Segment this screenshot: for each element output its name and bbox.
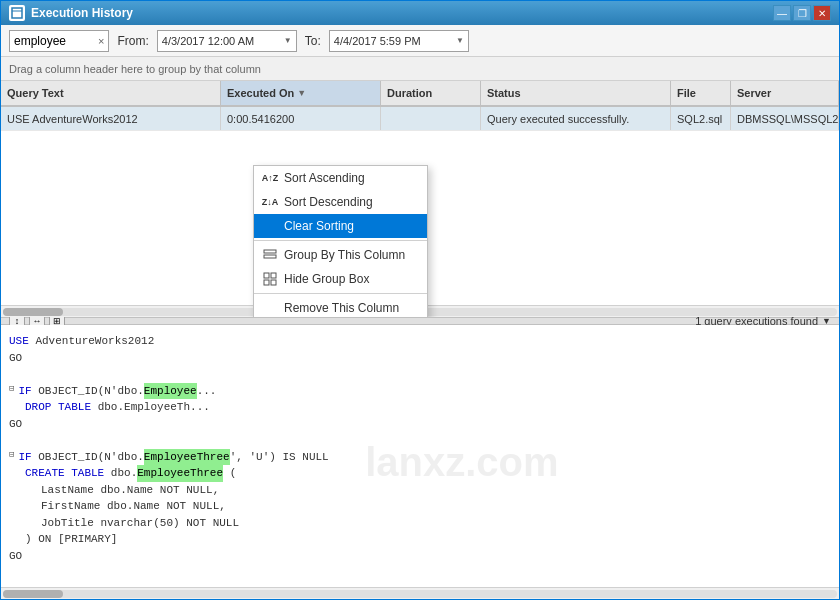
col-header-duration[interactable]: Duration [381, 81, 481, 105]
from-date-value: 4/3/2017 12:00 AM [162, 35, 254, 47]
title-bar: Execution History — ❐ ✕ [1, 1, 839, 25]
search-box: × [9, 30, 109, 52]
from-label: From: [117, 34, 148, 48]
restore-button[interactable]: ❐ [793, 5, 811, 21]
svg-rect-6 [264, 280, 269, 285]
to-label: To: [305, 34, 321, 48]
cell-executed: 0:00.5416200 [221, 107, 381, 130]
cell-query: USE AdventureWorks2012 [1, 107, 221, 130]
cell-status: Query executed successfully. [481, 107, 671, 130]
to-date-picker[interactable]: 4/4/2017 5:59 PM ▼ [329, 30, 469, 52]
code-line-4: ⊟ IF OBJECT_ID(N'dbo.Employee... [9, 383, 831, 400]
from-date-picker[interactable]: 4/3/2017 12:00 AM ▼ [157, 30, 297, 52]
svg-rect-2 [264, 250, 276, 253]
code-line-7 [9, 432, 831, 449]
menu-item-remove-col[interactable]: Remove This Column [254, 296, 427, 317]
to-date-arrow: ▼ [456, 36, 464, 45]
svg-rect-5 [271, 273, 276, 278]
expand-icon-2[interactable]: ⊟ [9, 449, 14, 463]
menu-sep-1 [254, 240, 427, 241]
window-title: Execution History [31, 6, 133, 20]
table-row[interactable]: USE AdventureWorks2012 0:00.5416200 Quer… [1, 107, 839, 131]
menu-label-sort-asc: Sort Ascending [284, 171, 419, 185]
to-date-value: 4/4/2017 5:59 PM [334, 35, 421, 47]
code-line-1: USE AdventureWorks2012 [9, 333, 831, 350]
panel-divider[interactable]: ↕ ↔ ⊞ 1 query executions found ▼ [1, 317, 839, 325]
search-input[interactable] [14, 34, 94, 48]
lower-scrollbar-h[interactable] [1, 587, 839, 599]
menu-item-sort-desc[interactable]: Z↓A Sort Descending [254, 190, 427, 214]
upper-panel: Drag a column header here to group by th… [1, 57, 839, 317]
col-duration-label: Duration [387, 87, 432, 99]
col-header-file[interactable]: File [671, 81, 731, 105]
menu-label-remove-col: Remove This Column [284, 301, 419, 315]
svg-rect-7 [271, 280, 276, 285]
col-status-label: Status [487, 87, 521, 99]
menu-item-hide-group[interactable]: Hide Group Box [254, 267, 427, 291]
grid-body: USE AdventureWorks2012 0:00.5416200 Quer… [1, 107, 839, 131]
context-menu: A↑Z Sort Ascending Z↓A Sort Descending C… [253, 165, 428, 317]
cell-duration [381, 107, 481, 130]
menu-label-group-col: Group By This Column [284, 248, 419, 262]
scrollbar-thumb[interactable] [3, 308, 63, 316]
sort-asc-icon: A↑Z [262, 170, 278, 186]
svg-rect-3 [264, 255, 276, 258]
menu-label-sort-desc: Sort Descending [284, 195, 419, 209]
expand-icon-1[interactable]: ⊟ [9, 383, 14, 397]
sort-desc-icon: Z↓A [262, 194, 278, 210]
col-header-server[interactable]: Server [731, 81, 839, 105]
code-line-9: CREATE TABLE dbo.EmployeeThree ( [25, 465, 831, 482]
menu-label-hide-group: Hide Group Box [284, 272, 419, 286]
menu-item-sort-asc[interactable]: A↑Z Sort Ascending [254, 166, 427, 190]
menu-label-clear-sort: Clear Sorting [284, 219, 419, 233]
code-line-2: GO [9, 350, 831, 367]
app-icon [9, 5, 25, 21]
svg-rect-4 [264, 273, 269, 278]
col-header-status[interactable]: Status [481, 81, 671, 105]
sort-desc-icon: ▼ [297, 88, 306, 98]
menu-item-clear-sort[interactable]: Clear Sorting [254, 214, 427, 238]
col-file-label: File [677, 87, 696, 99]
from-date-arrow: ▼ [284, 36, 292, 45]
cell-file: SQL2.sql [671, 107, 731, 130]
title-bar-left: Execution History [9, 5, 133, 21]
col-executed-label: Executed On [227, 87, 294, 99]
group-col-icon [262, 247, 278, 263]
search-clear-button[interactable]: × [98, 35, 104, 47]
code-line-6: GO [9, 416, 831, 433]
close-button[interactable]: ✕ [813, 5, 831, 21]
hide-group-icon [262, 271, 278, 287]
code-line-5: DROP TABLE dbo.EmployeeTh... [25, 399, 831, 416]
menu-sep-2 [254, 293, 427, 294]
col-header-query[interactable]: Query Text [1, 81, 221, 105]
group-banner: Drag a column header here to group by th… [1, 57, 839, 81]
window-controls: — ❐ ✕ [773, 5, 831, 21]
col-header-executed[interactable]: Executed On ▼ [221, 81, 381, 105]
lower-scrollbar-track [3, 590, 837, 598]
cell-server: DBMSSQL\MSSQL2012 [731, 107, 839, 130]
menu-item-group-col[interactable]: Group By This Column [254, 243, 427, 267]
code-line-11: FirstName dbo.Name NOT NULL, [41, 498, 831, 515]
svg-rect-0 [12, 8, 22, 18]
lower-scrollbar-thumb[interactable] [3, 590, 63, 598]
code-line-14: GO [9, 548, 831, 565]
code-editor[interactable]: USE AdventureWorks2012 GO ⊟ IF OBJECT_ID… [1, 325, 839, 587]
grid-header: Query Text Executed On ▼ Duration Status… [1, 81, 839, 107]
clear-sort-icon [262, 218, 278, 234]
minimize-button[interactable]: — [773, 5, 791, 21]
code-line-12: JobTitle nvarchar(50) NOT NULL [41, 515, 831, 532]
col-query-label: Query Text [7, 87, 64, 99]
lower-panel: USE AdventureWorks2012 GO ⊟ IF OBJECT_ID… [1, 325, 839, 599]
code-line-3 [9, 366, 831, 383]
code-line-13: ) ON [PRIMARY] [25, 531, 831, 548]
toolbar: × From: 4/3/2017 12:00 AM ▼ To: 4/4/2017… [1, 25, 839, 57]
col-server-label: Server [737, 87, 771, 99]
remove-col-icon [262, 300, 278, 316]
main-window: Execution History — ❐ ✕ × From: 4/3/2017… [0, 0, 840, 600]
code-line-10: LastName dbo.Name NOT NULL, [41, 482, 831, 499]
code-line-8: ⊟ IF OBJECT_ID(N'dbo.EmployeeThree', 'U'… [9, 449, 831, 466]
